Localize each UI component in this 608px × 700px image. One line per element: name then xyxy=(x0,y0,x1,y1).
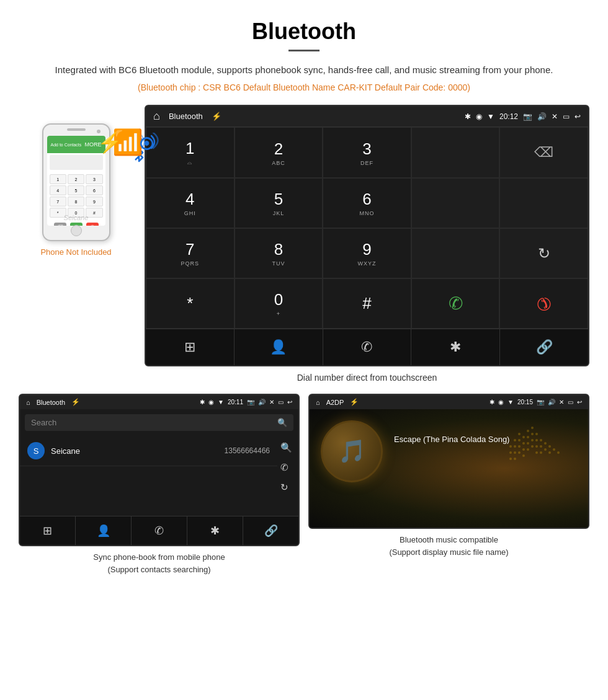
dialpad-grid: 1⌓ 2ABC 3DEF ⌫ 4GHI 5JKL 6MNO 7PQRS 8TUV… xyxy=(146,126,588,329)
dialpad-nav-call[interactable]: ✆ xyxy=(323,329,412,365)
phone-illustration-col: 📶 ⚡ ⦿ xyxy=(19,105,133,257)
dial-key-star[interactable]: * xyxy=(146,278,235,329)
music-back-icon: ↩ xyxy=(577,399,582,405)
music-signal: ▼ xyxy=(507,399,514,405)
bt-status-icon: ✱ xyxy=(465,112,471,121)
pb-nav-call[interactable]: ✆ xyxy=(132,516,187,545)
pb-contact-number: 13566664466 xyxy=(225,446,270,455)
pb-usb-icon: ⚡ xyxy=(71,398,80,406)
dial-key-4[interactable]: 4GHI xyxy=(146,178,235,228)
dial-key-5[interactable]: 5JKL xyxy=(235,178,323,228)
car-statusbar: ⌂ Bluetooth ⚡ ✱ ◉ ▼ 20:12 📷 🔊 ✕ ▭ ↩ xyxy=(146,106,588,126)
pb-cam-icon: 📷 xyxy=(247,399,254,405)
dial-refresh[interactable]: ↻ xyxy=(499,228,588,278)
dialpad-bottom-nav: ⊞ 👤 ✆ ✱ 🔗 xyxy=(146,329,588,365)
dialpad-screen-col: ⌂ Bluetooth ⚡ ✱ ◉ ▼ 20:12 📷 🔊 ✕ ▭ ↩ xyxy=(145,105,589,383)
pb-side-call-icon[interactable]: ✆ xyxy=(280,462,292,473)
pb-nav-contacts[interactable]: 👤 xyxy=(76,516,132,545)
dialpad-nav-grid[interactable]: ⊞ xyxy=(146,329,235,365)
bluetooth-symbol: ⚡ xyxy=(97,131,122,154)
dial-empty-4 xyxy=(411,228,500,278)
music-win-icon: ▭ xyxy=(568,399,573,405)
pb-empty-space xyxy=(20,466,277,516)
phone-input-bar xyxy=(50,155,103,170)
dial-empty-2 xyxy=(411,178,500,228)
pb-contact-row[interactable]: S Seicane 13566664466 xyxy=(20,436,277,466)
page-title: Bluetooth xyxy=(0,0,608,50)
camera-icon: 📷 xyxy=(523,112,532,121)
pb-x-icon: ✕ xyxy=(269,399,274,405)
seicane-watermark-phone: Seicane xyxy=(64,214,89,221)
phonebook-col: ⌂ Bluetooth ⚡ ✱ ◉ ▼ 20:11 📷 🔊 ✕ ▭ ↩ xyxy=(19,394,300,575)
dial-hangup-button[interactable]: ✆ xyxy=(499,278,588,329)
phone-dialpad: 1 2 3 4 5 6 7 8 9 * 0 # xyxy=(47,172,105,220)
title-divider xyxy=(288,50,320,51)
pb-nav-grid[interactable]: ⊞ xyxy=(20,516,76,545)
dial-key-9[interactable]: 9WXYZ xyxy=(323,228,411,278)
phone-home-button xyxy=(71,225,82,236)
dialpad-nav-contacts[interactable]: 👤 xyxy=(235,329,323,365)
home-icon: ⌂ xyxy=(153,110,160,123)
pb-side-refresh-icon[interactable]: ↻ xyxy=(280,482,292,493)
music-time: 20:15 xyxy=(517,399,533,405)
window-icon: ▭ xyxy=(563,112,570,121)
phonebook-screen: ⌂ Bluetooth ⚡ ✱ ◉ ▼ 20:11 📷 🔊 ✕ ▭ ↩ xyxy=(19,394,300,546)
car-screen-title: Bluetooth xyxy=(169,112,203,121)
pb-title: Bluetooth xyxy=(37,399,65,406)
dial-key-8[interactable]: 8TUV xyxy=(235,228,323,278)
phone-speaker xyxy=(67,128,86,131)
pb-signal: ▼ xyxy=(218,399,224,405)
music-note-icon: 🎵 xyxy=(338,438,366,464)
pb-back-icon: ↩ xyxy=(287,399,292,405)
pb-home-icon: ⌂ xyxy=(26,399,30,406)
pb-caption: Sync phone-book from mobile phone(Suppor… xyxy=(19,551,300,575)
pb-nav-bt[interactable]: ✱ xyxy=(187,516,243,545)
dial-key-2[interactable]: 2ABC xyxy=(235,127,323,178)
pb-bt-icon: ✱ xyxy=(200,399,205,405)
pb-contact-letter: S xyxy=(34,446,39,456)
music-home-icon: ⌂ xyxy=(316,399,320,406)
pb-time: 20:11 xyxy=(228,399,243,405)
bt-info-text: (Bluetooth chip : CSR BC6 Default Blueto… xyxy=(0,82,608,92)
music-content-area: 🎵 Escape (The Pina Colada Song) ⏮ ⏯ ⏭ xyxy=(310,409,588,528)
pb-search-bar[interactable]: Search 🔍 xyxy=(25,414,293,431)
back-icon: ↩ xyxy=(574,112,581,121)
subtitle-text: Integrated with BC6 Bluetooth module, su… xyxy=(0,63,608,78)
music-caption: Bluetooth music compatible(Support displ… xyxy=(308,534,589,558)
location-icon: ◉ xyxy=(476,112,482,121)
main-content-area: 📶 ⚡ ⦿ xyxy=(0,105,608,383)
pb-nav-link[interactable]: 🔗 xyxy=(243,516,298,545)
pb-loc-icon: ◉ xyxy=(208,399,214,405)
car-time: 20:12 xyxy=(499,112,518,121)
usb-icon: ⚡ xyxy=(212,112,221,121)
music-loc-icon: ◉ xyxy=(498,399,504,405)
pb-side-search-icon[interactable]: 🔍 xyxy=(280,442,292,453)
pb-statusbar: ⌂ Bluetooth ⚡ ✱ ◉ ▼ 20:11 📷 🔊 ✕ ▭ ↩ xyxy=(20,395,298,409)
music-bt-icon: ✱ xyxy=(490,399,494,405)
wifi-waves-svg xyxy=(133,133,164,164)
phone-not-included-label: Phone Not Included xyxy=(40,247,111,257)
dialpad-nav-bt[interactable]: ✱ xyxy=(411,329,500,365)
dial-key-0[interactable]: 0+ xyxy=(235,278,323,329)
phone-wrapper: 📶 ⚡ ⦿ xyxy=(33,123,120,241)
music-cam-icon: 📷 xyxy=(537,399,544,405)
dial-key-hash[interactable]: # xyxy=(323,278,411,329)
pb-contact-avatar: S xyxy=(27,442,45,459)
dial-backspace[interactable]: ⌫ xyxy=(499,127,588,178)
dial-key-7[interactable]: 7PQRS xyxy=(146,228,235,278)
dial-key-3[interactable]: 3DEF xyxy=(323,127,411,178)
dialpad-caption: Dial number direct from touchscreen xyxy=(145,373,589,383)
music-screen: ⌂ A2DP ⚡ ✱ ◉ ▼ 20:15 📷 🔊 ✕ ▭ ↩ xyxy=(308,394,589,529)
volume-icon: 🔊 xyxy=(537,112,547,121)
music-album-art: 🎵 xyxy=(321,420,383,482)
bt-waves-container: ⦿ xyxy=(139,136,154,153)
close-icon: ✕ xyxy=(552,112,558,121)
dial-call-button[interactable]: ✆ xyxy=(411,278,500,329)
phone-app-label: Add to Contacts xyxy=(51,143,82,147)
pb-vol-icon: 🔊 xyxy=(258,399,266,405)
dialpad-nav-link[interactable]: 🔗 xyxy=(500,329,588,365)
dial-key-6[interactable]: 6MNO xyxy=(323,178,411,228)
phone-screen-header: Add to Contacts MORE xyxy=(47,136,105,153)
pb-bottom-nav: ⊞ 👤 ✆ ✱ 🔗 xyxy=(20,516,298,545)
music-title-status: A2DP xyxy=(326,399,344,406)
